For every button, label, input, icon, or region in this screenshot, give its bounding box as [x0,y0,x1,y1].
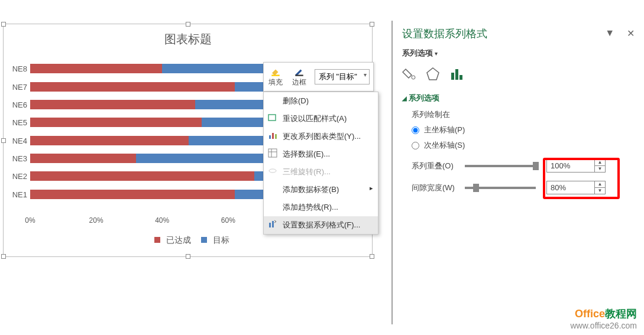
context-menu: 删除(D) 重设以匹配样式(A) 更改系列图表类型(Y)... 选择数据(E).… [263,92,378,235]
category-label: NE6 [7,100,27,109]
series-dropdown[interactable]: 系列 "目标" [315,69,370,84]
svg-rect-14 [451,73,454,80]
secondary-axis-radio[interactable]: 次坐标轴(S) [412,140,632,151]
ctx-add-data-labels[interactable]: 添加数据标签(B) [264,181,378,199]
x-tick: 40% [155,216,169,225]
ctx-add-trendline[interactable]: 添加趋势线(R)... [264,199,378,216]
resize-handle[interactable] [1,22,6,27]
x-tick: 60% [221,216,235,225]
resize-handle[interactable] [370,22,374,27]
outline-button[interactable]: 边框 [287,64,311,90]
group-header[interactable]: 系列选项 [402,93,632,103]
ctx-3d-rotation: 三维旋转(R)... [264,163,378,181]
resize-handle[interactable] [1,138,6,143]
select-data-icon [268,148,277,158]
panel-divider[interactable] [391,21,393,324]
svg-rect-16 [459,75,462,80]
gap-slider[interactable] [465,187,536,189]
svg-rect-15 [455,69,458,80]
effects-icon[interactable] [426,67,440,81]
ctx-label: 更改系列图表类型(Y)... [283,132,361,141]
primary-axis-radio[interactable]: 主坐标轴(P) [412,125,632,135]
ctx-label: 选择数据(E)... [283,149,330,158]
overlap-label: 系列重叠(O) [412,161,465,171]
fill-label: 填充 [268,77,283,87]
bar-achieved[interactable] [30,154,136,163]
overlap-slider[interactable] [465,165,536,167]
radio-input[interactable] [412,142,419,149]
svg-rect-3 [269,135,271,139]
category-label: NE8 [7,64,27,73]
svg-rect-10 [269,223,271,227]
chart-type-icon [268,131,277,140]
category-label: NE5 [7,118,27,127]
bar-achieved[interactable] [30,82,235,92]
fill-button[interactable]: 填充 [264,64,287,90]
svg-rect-6 [268,149,277,157]
resize-handle[interactable] [1,254,6,259]
pane-close-button[interactable]: ✕ [627,28,635,39]
pane-options-button[interactable]: ▼ [605,28,614,38]
gap-width-label: 间隙宽度(W) [412,183,465,193]
fill-line-icon[interactable] [402,67,416,81]
svg-rect-11 [272,221,274,227]
radio-input[interactable] [412,126,419,134]
ctx-select-data[interactable]: 选择数据(E)... [264,145,378,163]
category-label: NE2 [7,172,27,181]
chart-title[interactable]: 图表标题 [4,24,372,47]
legend-label: 目标 [213,235,229,245]
rotate-3d-icon [268,166,277,175]
ctx-label: 添加数据标签(B) [283,185,339,194]
outline-label: 边框 [292,77,306,87]
legend[interactable]: 已达成 目标 [4,235,372,246]
svg-rect-5 [275,134,277,139]
ctx-label: 重设以匹配样式(A) [283,114,347,123]
x-tick: 20% [89,216,103,225]
pen-icon [293,67,305,77]
x-tick: 0% [25,216,35,225]
category-label: NE3 [7,154,27,163]
legend-swatch [201,237,207,243]
bar-achieved[interactable] [30,64,162,73]
ctx-change-chart-type[interactable]: 更改系列图表类型(Y)... [264,128,378,145]
radio-label: 次坐标轴(S) [424,140,465,151]
plot-on-label: 系列绘制在 [412,109,632,120]
series-dd-label: 系列 "目标" [319,72,357,81]
svg-rect-2 [268,115,276,121]
paint-bucket-icon [270,67,281,77]
ctx-delete[interactable]: 删除(D) [264,92,378,110]
legend-label: 已达成 [166,235,191,245]
radio-label: 主坐标轴(P) [424,125,465,135]
ctx-label: 设置数据系列格式(F)... [283,220,360,229]
wm-brand-cn: 教程网 [605,308,637,320]
resize-handle[interactable] [186,22,190,27]
bar-achieved[interactable] [30,100,195,109]
wm-url: www.office26.com [570,321,637,330]
resize-handle[interactable] [370,254,374,259]
svg-rect-4 [272,133,274,139]
ctx-reset-style[interactable]: 重设以匹配样式(A) [264,110,378,128]
bar-achieved[interactable] [30,118,202,127]
ctx-label: 删除(D) [283,96,309,105]
category-label: NE7 [7,83,27,92]
highlight-box [543,158,620,199]
mini-toolbar: 填充 边框 系列 "目标" [263,62,374,92]
wm-brand: Office [575,308,605,320]
reset-icon [268,113,277,122]
svg-rect-1 [295,74,303,76]
format-pane: 设置数据系列格式 ▼ ✕ 系列选项 系列选项 系列绘制在 主坐标轴(P) 次坐标… [402,27,632,323]
ctx-label: 添加趋势线(R)... [283,203,338,212]
pane-title: 设置数据系列格式 [402,27,632,41]
ctx-format-data-series[interactable]: 设置数据系列格式(F)... [264,216,378,234]
series-options-icon[interactable] [449,67,464,81]
bar-achieved[interactable] [30,171,254,181]
svg-marker-13 [427,68,439,80]
category-label: NE4 [7,136,27,145]
legend-swatch [154,237,160,243]
bar-achieved[interactable] [30,190,235,199]
format-series-icon [268,219,277,229]
resize-handle[interactable] [186,254,190,259]
bar-achieved[interactable] [30,136,189,145]
watermark: Office教程网 www.office26.com [570,307,637,330]
pane-subtitle[interactable]: 系列选项 [402,48,632,58]
